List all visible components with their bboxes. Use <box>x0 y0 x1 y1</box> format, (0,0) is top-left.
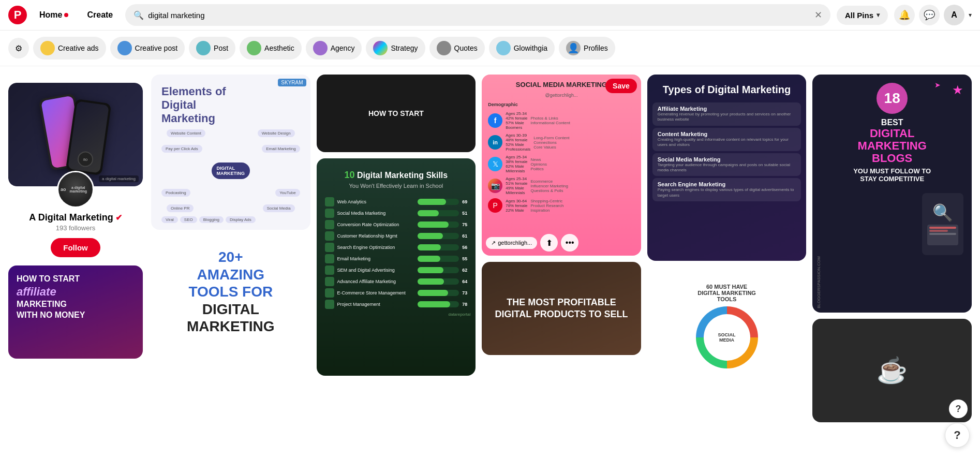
aesthetic-thumb <box>247 41 261 55</box>
profile-followers: 193 followers <box>56 224 96 232</box>
avatar-label: A <box>951 10 957 20</box>
filter-aesthetic[interactable]: Aesthetic <box>240 37 302 60</box>
elements-pin[interactable]: SKYRAM Elements ofDigitalMarketing DIGIT… <box>151 75 310 230</box>
in-pin-help[interactable]: ? <box>949 400 968 418</box>
tools-20-content: 20+ AMAZINGTOOLS FOR DIGITALMARKETING <box>151 236 310 348</box>
node-podcasting: Podcasting <box>161 189 190 197</box>
filter-creative-post[interactable]: Creative post <box>110 37 185 60</box>
link-button[interactable]: ↗ gettorchligh... <box>486 237 537 249</box>
creative-post-thumb <box>117 41 132 55</box>
strategy-label: Strategy <box>391 44 418 52</box>
profitable-pin[interactable]: THE MOST PROFITABLE DIGITAL PRODUCTS TO … <box>482 262 641 355</box>
notifications-button[interactable]: 🔔 <box>894 5 915 25</box>
social-platforms: f Ages 25-3442% female57% MaleBoomers Ph… <box>488 111 635 213</box>
social-media-pin[interactable]: Save SOCIAL MEDIA MARKETING @gettorchlig… <box>482 75 641 256</box>
more-icon: ••• <box>566 238 574 247</box>
home-notification-dot <box>64 13 68 17</box>
social-pin-content: SOCIAL MEDIA MARKETING @gettorchligh... … <box>482 75 641 219</box>
profitable-text: THE MOST PROFITABLE DIGITAL PRODUCTS TO … <box>490 297 633 321</box>
strategy-thumb <box>373 41 388 55</box>
glowithgia-thumb <box>496 41 511 55</box>
creative-ads-label: Creative ads <box>58 44 99 52</box>
how-start-text: HOW TO START <box>368 109 424 117</box>
social-save-button[interactable]: Save <box>605 79 637 93</box>
filter-icon: ⚙ <box>15 43 22 53</box>
blogs-subtitle: YOU MUST FOLLOW TOSTAY COMPETITIVE <box>812 165 972 185</box>
blogs-number-circle: 18 <box>877 83 908 114</box>
bell-icon: 🔔 <box>899 9 910 21</box>
pin-attribution: a digital marketing <box>99 175 139 182</box>
must-have-pin[interactable]: 60 MUST HAVEDIGITAL MARKETINGTOOLS SOCIA… <box>647 267 807 381</box>
filter-creative-ads[interactable]: Creative ads <box>33 37 106 60</box>
creative-ads-thumb <box>40 41 55 55</box>
all-pins-label: All Pins <box>845 11 873 20</box>
all-pins-dropdown[interactable]: All Pins ▾ <box>837 6 888 25</box>
twitter-content: NewsOpinionsPolitics <box>530 157 547 171</box>
more-button[interactable]: ••• <box>561 234 578 252</box>
help-label: ? <box>954 429 960 431</box>
linkedin-icon: in <box>488 135 502 150</box>
search-input[interactable] <box>148 11 810 20</box>
post-label: Post <box>214 44 228 52</box>
pinterest-logo[interactable]: P <box>8 6 27 24</box>
how-start-pin[interactable]: HOW TO START <box>317 75 476 152</box>
node-website-design: Website Design <box>258 129 295 137</box>
nav-home-button[interactable]: Home <box>33 6 75 24</box>
filter-glowithgia[interactable]: Glowithgia <box>489 37 555 60</box>
quotes-thumb <box>437 41 451 55</box>
glowithgia-label: Glowithgia <box>514 44 547 52</box>
facebook-demo: Ages 25-3442% female57% MaleBoomers <box>506 111 527 130</box>
filter-quotes[interactable]: Quotes <box>429 37 485 60</box>
filter-profiles[interactable]: 👤 Profiles <box>559 37 615 60</box>
last-dark-pin[interactable]: ☕ ? <box>812 319 972 422</box>
pinterest-demo: Ages 30-6478% female22% Male <box>506 199 527 213</box>
follow-button[interactable]: Follow <box>51 238 100 257</box>
node-website-content: Website Content <box>167 129 205 137</box>
skills-title: 10 Digital Marketing Skills You Won't Ef… <box>317 164 476 196</box>
profiles-label: Profiles <box>584 44 608 52</box>
coffee-icon: ☕ <box>877 356 908 385</box>
skyram-badge: SKYRAM <box>278 79 306 86</box>
nav-create-button[interactable]: Create <box>81 6 119 24</box>
twitter-icon: 𝕏 <box>488 157 502 171</box>
node-online-pr: Online PR <box>167 204 194 212</box>
must-have-title: 60 MUST HAVEDIGITAL MARKETINGTOOLS <box>693 279 760 306</box>
blogs-best-label: BEST <box>812 118 972 127</box>
pin-bottom-actions: ↗ gettorchligh... ⬆ ••• <box>486 234 637 252</box>
messages-button[interactable]: 💬 <box>919 5 940 25</box>
search-clear-button[interactable]: ✕ <box>814 9 822 21</box>
profile-section: ao a digital marketing ao a digital mark… <box>8 75 143 422</box>
node-viral: Viral <box>161 216 178 223</box>
elements-more-nodes: Viral SEO Blogging Display Ads <box>161 216 300 223</box>
profile-avatar: ao a digital marketing <box>57 171 94 208</box>
tools-20-pin[interactable]: 20+ AMAZINGTOOLS FOR DIGITALMARKETING <box>151 236 310 348</box>
blogs-pin[interactable]: ★ ➤ 18 BEST DIGITALMARKETINGBLOGS YOU MU… <box>812 75 972 313</box>
filter-agency[interactable]: Agency <box>306 37 362 60</box>
header: P Home Create 🔍 ✕ All Pins ▾ 🔔 💬 A ▾ <box>0 0 980 31</box>
filter-post[interactable]: Post <box>189 37 235 60</box>
node-seo: SEO <box>180 216 197 223</box>
types-pin[interactable]: Types of Digital Marketing Affiliate Mar… <box>647 75 807 261</box>
avatar-inner: ao a digital marketing <box>58 172 93 206</box>
instagram-icon: 📷 <box>488 179 502 193</box>
affiliate-pin[interactable]: HOW TO START affiliate MARKETING WITH NO… <box>8 265 143 359</box>
filter-settings-button[interactable]: ⚙ <box>8 38 29 58</box>
main-content: ao a digital marketing ao a digital mark… <box>0 66 980 431</box>
datareportal-credit: datareportal <box>317 310 476 319</box>
create-label: Create <box>87 10 113 19</box>
profile-avatar-wrapper: ao a digital marketing <box>57 171 94 208</box>
profile-card: ao a digital marketing ao a digital mark… <box>8 75 143 265</box>
share-icon: ⬆ <box>546 238 553 248</box>
node-youtube: YouTube <box>275 189 300 197</box>
user-avatar-button[interactable]: A <box>944 5 964 25</box>
search-icon: 🔍 <box>133 10 144 20</box>
facebook-content: Photos & LinksInformational Content <box>530 116 570 125</box>
share-button[interactable]: ⬆ <box>540 234 558 252</box>
filter-strategy[interactable]: Strategy <box>366 37 425 60</box>
elements-diagram: DIGITALMARKETING Website Content Website… <box>161 129 300 212</box>
type-sem: Search Engine Marketing Paying search en… <box>652 178 801 201</box>
skills-pin[interactable]: 10 Digital Marketing Skills You Won't Ef… <box>317 158 476 376</box>
node-social-media: Social Media <box>263 204 295 212</box>
filter-bar: ⚙ Creative ads Creative post Post Aesthe… <box>0 31 980 66</box>
post-thumb <box>196 41 211 55</box>
